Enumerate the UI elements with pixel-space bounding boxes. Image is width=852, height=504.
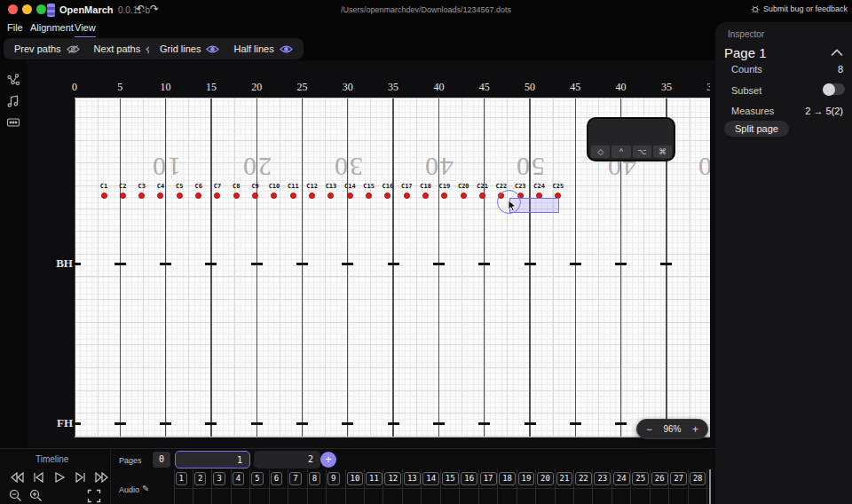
measure-chip[interactable]: 14: [422, 472, 439, 485]
field-icon[interactable]: [6, 115, 20, 130]
measure-chip[interactable]: 10: [347, 472, 364, 485]
yard-line: [75, 98, 75, 437]
grid-lines-toggle[interactable]: Grid lines: [160, 43, 219, 54]
marcher-dot[interactable]: [422, 193, 429, 199]
marcher-label: C20: [454, 183, 473, 190]
zoom-in-button[interactable]: +: [692, 424, 698, 435]
marcher-dot[interactable]: [252, 193, 258, 199]
option-key-icon[interactable]: ⌥: [633, 146, 651, 158]
measure-chip[interactable]: 15: [442, 472, 459, 485]
measure-divider: [307, 469, 308, 504]
measure-chip[interactable]: 16: [461, 472, 477, 485]
marcher-dot[interactable]: [461, 193, 467, 199]
back-hash-mark: [660, 263, 672, 265]
marcher-dot[interactable]: [214, 193, 220, 199]
measure-chip[interactable]: 23: [594, 472, 611, 485]
yard-ruler-label: 35: [380, 81, 406, 94]
measure-chip[interactable]: 25: [632, 472, 649, 485]
measure-chip[interactable]: 17: [480, 472, 497, 485]
marcher-dot[interactable]: [101, 193, 107, 199]
music-icon[interactable]: [6, 94, 20, 108]
marchers-icon[interactable]: [6, 73, 20, 87]
measure-chip[interactable]: 8: [309, 472, 320, 485]
page-section-title: Page 1: [724, 45, 767, 60]
measure-chip[interactable]: 26: [651, 472, 668, 485]
measure-chip[interactable]: 24: [613, 472, 630, 485]
prev-paths-toggle[interactable]: Prev paths: [14, 43, 80, 54]
marcher-label: C5: [170, 183, 189, 190]
half-lines-toggle[interactable]: Half lines: [233, 43, 292, 54]
control-key-icon[interactable]: ^: [611, 146, 630, 158]
marcher-dot[interactable]: [233, 193, 240, 199]
measure-chip[interactable]: 28: [690, 472, 706, 485]
marcher-dot[interactable]: [120, 193, 126, 199]
measure-chip[interactable]: 9: [327, 472, 339, 485]
menu-item-view[interactable]: View: [75, 22, 96, 38]
back-hash-mark: [478, 263, 490, 265]
measure-chip[interactable]: 5: [251, 472, 263, 485]
measure-divider: [535, 469, 536, 504]
marcher-dot[interactable]: [157, 193, 163, 199]
alignment-popup[interactable]: ◇ ^ ⌥ ⌘: [587, 117, 675, 161]
measure-divider: [364, 469, 365, 504]
front-hash-mark: [251, 422, 263, 425]
measure-chip[interactable]: 27: [670, 472, 687, 485]
marcher-dot[interactable]: [327, 193, 334, 199]
marcher-dot[interactable]: [479, 193, 485, 199]
front-hash-mark: [296, 422, 308, 425]
front-hash-mark: [75, 422, 81, 425]
menu-item-file[interactable]: File: [7, 22, 23, 36]
measure-chip[interactable]: 1: [176, 472, 187, 485]
measure-chip[interactable]: 6: [271, 472, 282, 485]
measure-divider: [402, 469, 403, 504]
menu-item-alignment[interactable]: Alignment: [30, 22, 74, 36]
measure-divider: [193, 469, 193, 504]
measure-chip[interactable]: 20: [537, 472, 554, 485]
diamond-key-icon[interactable]: ◇: [591, 146, 610, 158]
measure-chip[interactable]: 13: [404, 472, 421, 485]
track-scrollbar[interactable]: [709, 469, 711, 504]
measure-divider: [478, 469, 479, 504]
marcher-dot[interactable]: [138, 193, 145, 199]
close-window-button[interactable]: [8, 4, 18, 14]
marcher-dot[interactable]: [195, 193, 201, 199]
measure-chip[interactable]: 2: [194, 472, 206, 485]
marcher-dot[interactable]: [404, 193, 410, 199]
marcher-dot[interactable]: [309, 193, 315, 199]
measure-chip[interactable]: 11: [366, 472, 383, 485]
submit-feedback-button[interactable]: Submit bug or feedback: [751, 4, 848, 13]
measure-divider: [592, 469, 593, 504]
measure-chip[interactable]: 4: [233, 472, 244, 485]
command-key-icon[interactable]: ⌘: [653, 146, 672, 158]
marcher-dot[interactable]: [441, 193, 447, 199]
measure-chip[interactable]: 22: [575, 472, 592, 485]
field-number: 30: [321, 152, 375, 182]
measure-chip[interactable]: 7: [289, 472, 301, 485]
marcher-dot[interactable]: [384, 193, 390, 199]
marcher-dot[interactable]: [347, 193, 353, 199]
redo-icon[interactable]: ↷: [150, 3, 159, 15]
measure-chip[interactable]: 19: [518, 472, 535, 485]
marcher-label: C23: [510, 183, 530, 190]
zoom-out-button[interactable]: −: [646, 424, 652, 435]
marcher-dot[interactable]: [271, 193, 277, 199]
marcher-dot[interactable]: [366, 193, 372, 199]
measure-chip[interactable]: 3: [213, 472, 225, 485]
yard-ruler-label: 50: [517, 81, 543, 94]
subset-toggle[interactable]: [823, 83, 845, 95]
undo-icon[interactable]: ↶: [136, 3, 145, 15]
yard-ruler-label: 45: [562, 81, 588, 94]
measure-chip[interactable]: 18: [499, 472, 516, 485]
field-number: 10: [139, 152, 193, 182]
measure-chip[interactable]: 12: [384, 472, 401, 485]
app-name: OpenMarch: [59, 4, 114, 15]
minimize-window-button[interactable]: [22, 4, 32, 14]
marcher-dot[interactable]: [290, 193, 296, 199]
marcher-dot[interactable]: [177, 193, 183, 199]
chevron-up-icon[interactable]: [831, 49, 843, 57]
measure-chip[interactable]: 21: [556, 472, 573, 485]
marcher-label: C7: [208, 183, 227, 190]
split-page-button[interactable]: Split page: [724, 121, 789, 137]
maximize-window-button[interactable]: [36, 4, 46, 14]
measure-divider: [611, 469, 612, 504]
